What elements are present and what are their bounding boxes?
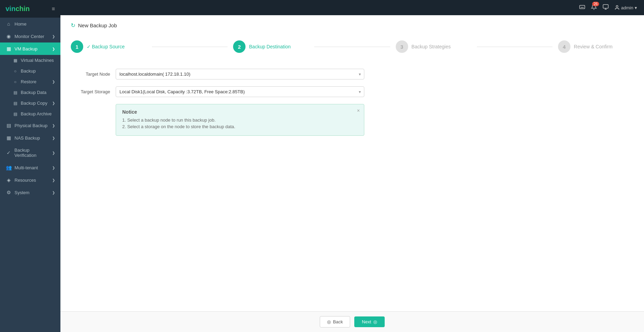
wizard-step-3: 3 Backup Strategies [396, 40, 471, 53]
notifications-icon[interactable]: 26 [591, 4, 597, 11]
chevron-right-icon: ❯ [52, 166, 55, 170]
target-node-label: Target Node [71, 72, 116, 77]
sidebar-sub-backup[interactable]: ○ Backup [0, 66, 60, 76]
sidebar-item-monitor-center[interactable]: ◉ Monitor Center ❯ [0, 30, 60, 42]
sidebar-item-multi-tenant[interactable]: 👥 Multi-tenant ❯ [0, 161, 60, 174]
sidebar-item-label: VM Backup [15, 46, 37, 51]
sidebar-item-physical-backup[interactable]: ▤ Physical Backup ❯ [0, 119, 60, 132]
step-1-number: 1 [76, 44, 78, 50]
footer-bar: ◎ Back Next ◎ [60, 311, 644, 332]
next-button[interactable]: Next ◎ [354, 316, 385, 327]
sidebar-item-label: NAS Backup [15, 135, 40, 141]
system-icon: ⚙ [6, 190, 12, 195]
target-node-row: Target Node localhost.localdomain( 172.1… [71, 69, 634, 79]
sidebar-sub-backup-data[interactable]: ▤ Backup Data [0, 87, 60, 98]
sidebar-item-label: Resources [15, 178, 36, 183]
logo-vin: vin [6, 5, 16, 12]
sidebar-sub-label: Virtual Machines [21, 58, 54, 63]
verification-icon: ✓ [6, 150, 12, 155]
backup-copy-icon: ▤ [12, 101, 18, 106]
next-label: Next [362, 319, 371, 324]
sidebar-item-nas-backup[interactable]: ▦ NAS Backup ❯ [0, 132, 60, 144]
sidebar-sub-label: Backup [21, 68, 36, 74]
step-2-label: Backup Destination [249, 44, 291, 49]
content-area: ↻ New Backup Job 1 ✓Backup Source [60, 15, 644, 332]
notice-title: Notice [122, 109, 352, 115]
svg-rect-0 [579, 6, 585, 9]
chevron-right-icon: ❯ [52, 191, 55, 195]
sidebar-sub-virtual-machines[interactable]: ▦ Virtual Machines [0, 55, 60, 66]
svg-point-4 [616, 6, 618, 7]
sidebar-item-label: Multi-tenant [15, 165, 38, 170]
notice-close-icon[interactable]: × [357, 108, 360, 113]
target-node-select-wrapper: localhost.localdomain( 172.18.1.10) ▾ [116, 69, 364, 79]
step-1-check: ✓ [87, 44, 91, 49]
back-icon: ◎ [327, 319, 331, 324]
page-header: ↻ New Backup Job [71, 22, 634, 29]
svg-rect-1 [603, 4, 608, 8]
wizard-step-2: 2 Backup Destination [233, 40, 309, 53]
notice-item-2: 2. Select a storage on the node to store… [122, 124, 352, 129]
step-connector-1-2 [152, 47, 228, 47]
sidebar-item-vm-backup[interactable]: ▦ VM Backup ❯ [0, 42, 60, 55]
sidebar-sub-restore[interactable]: ○ Restore ❯ [0, 76, 60, 87]
target-node-select[interactable]: localhost.localdomain( 172.18.1.10) [116, 69, 364, 79]
sidebar-item-label: Home [15, 21, 27, 27]
monitor-top-icon[interactable] [603, 4, 609, 11]
sidebar-item-label: Monitor Center [15, 34, 44, 39]
sidebar-toggle-icon[interactable]: ≡ [52, 6, 55, 12]
step-1-label: ✓Backup Source [87, 44, 125, 49]
backup-data-icon: ▤ [12, 90, 18, 95]
chevron-down-icon: ❯ [52, 47, 55, 51]
notification-badge: 26 [592, 2, 599, 6]
logo: vinchin [6, 5, 30, 13]
resources-icon: ◈ [6, 177, 12, 183]
sidebar-item-label: Backup Verification [15, 148, 52, 158]
chevron-right-icon: ❯ [52, 124, 55, 127]
step-connector-3-4 [477, 47, 552, 47]
step-2-circle: 2 [233, 40, 246, 53]
restore-icon: ○ [12, 79, 18, 84]
target-storage-label: Target Storage [71, 89, 116, 94]
step-1-circle: 1 [71, 40, 83, 53]
keyboard-icon[interactable] [579, 4, 585, 11]
sidebar-item-backup-verification[interactable]: ✓ Backup Verification ❯ [0, 144, 60, 161]
step-2-number: 2 [238, 44, 241, 50]
step-3-circle: 3 [396, 40, 408, 53]
main-area: 26 admin ▾ ↻ New Backup Job 1 [60, 0, 644, 332]
user-chevron-icon: ▾ [635, 5, 637, 10]
sidebar-sub-backup-copy[interactable]: ▤ Backup Copy ❯ [0, 98, 60, 108]
sidebar-sub-backup-archive[interactable]: ▤ Backup Archive [0, 108, 60, 119]
notice-item-1: 1. Select a backup node to run this back… [122, 117, 352, 123]
step-3-number: 3 [400, 44, 403, 50]
sidebar-sub-label: Backup Archive [21, 111, 52, 116]
step-connector-2-3 [314, 47, 390, 47]
sidebar-sub-label: Backup Data [21, 90, 46, 95]
sidebar-item-label: System [15, 190, 29, 195]
step-3-label: Backup Strategies [412, 44, 451, 49]
topbar: 26 admin ▾ [60, 0, 644, 15]
sidebar-item-system[interactable]: ⚙ System ❯ [0, 186, 60, 199]
home-icon: ⌂ [6, 21, 12, 27]
backup-archive-icon: ▤ [12, 112, 18, 116]
monitor-icon: ◉ [6, 34, 12, 39]
vm-icon: ▦ [12, 58, 18, 63]
sidebar-item-home[interactable]: ⌂ Home [0, 18, 60, 30]
sidebar-item-resources[interactable]: ◈ Resources ❯ [0, 174, 60, 186]
chevron-right-icon: ❯ [52, 35, 55, 38]
wizard-step-4: 4 Review & Confirm [558, 40, 634, 53]
sidebar: vinchin ≡ ⌂ Home ◉ Monitor Center ❯ ▦ VM… [0, 0, 60, 332]
logo-area: vinchin ≡ [0, 0, 60, 18]
step-4-label: Review & Confirm [574, 44, 613, 49]
back-button[interactable]: ◎ Back [320, 316, 350, 328]
step-4-circle: 4 [558, 40, 570, 53]
user-menu[interactable]: admin ▾ [614, 5, 637, 10]
step-4-number: 4 [563, 44, 566, 50]
physical-backup-icon: ▤ [6, 123, 12, 128]
target-storage-select-wrapper: Local Disk1(Local Disk, Capacity :3.72TB… [116, 86, 364, 97]
sidebar-sub-label: Backup Copy [21, 101, 47, 106]
target-storage-select[interactable]: Local Disk1(Local Disk, Capacity :3.72TB… [116, 86, 364, 97]
chevron-right-icon: ❯ [52, 80, 55, 84]
wizard-steps: 1 ✓Backup Source 2 Backup Destination [71, 37, 634, 56]
chevron-right-icon: ❯ [52, 178, 55, 182]
